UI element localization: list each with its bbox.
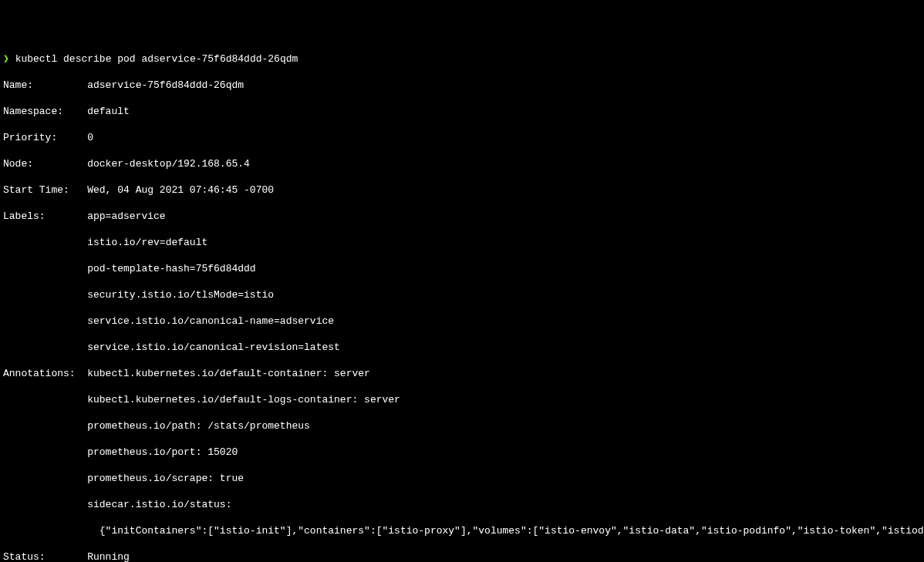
command-line: ❯ kubectl describe pod adservice-75f6d84… bbox=[3, 52, 921, 66]
command-text: kubectl describe pod adservice-75f6d84dd… bbox=[15, 53, 298, 65]
field-start-time: Start Time: Wed, 04 Aug 2021 07:46:45 -0… bbox=[3, 183, 921, 197]
label-line: istio.io/rev=default bbox=[3, 236, 921, 249]
prompt-char: ❯ bbox=[3, 53, 9, 65]
terminal[interactable]: { "prompt_char": "❯", "command": "kubect… bbox=[0, 0, 924, 562]
annotation-line: {"initContainers":["istio-init"],"contai… bbox=[3, 524, 921, 537]
annotation-line: kubectl.kubernetes.io/default-logs-conta… bbox=[3, 393, 921, 406]
label-line: service.istio.io/canonical-revision=late… bbox=[3, 341, 921, 354]
field-namespace: Namespace: default bbox=[3, 105, 921, 118]
field-annotations: Annotations: kubectl.kubernetes.io/defau… bbox=[3, 367, 921, 380]
annotation-line: prometheus.io/port: 15020 bbox=[3, 446, 921, 459]
field-name: Name: adservice-75f6d84ddd-26qdm bbox=[3, 79, 921, 92]
annotation-line: sidecar.istio.io/status: bbox=[3, 498, 921, 511]
label-line: security.istio.io/tlsMode=istio bbox=[3, 288, 921, 301]
field-node: Node: docker-desktop/192.168.65.4 bbox=[3, 157, 921, 170]
field-status: Status: Running bbox=[3, 550, 921, 562]
field-labels: Labels: app=adservice bbox=[3, 210, 921, 223]
annotation-line: prometheus.io/scrape: true bbox=[3, 472, 921, 485]
annotation-line: prometheus.io/path: /stats/prometheus bbox=[3, 419, 921, 432]
field-priority: Priority: 0 bbox=[3, 131, 921, 144]
label-line: service.istio.io/canonical-name=adservic… bbox=[3, 315, 921, 328]
label-line: pod-template-hash=75f6d84ddd bbox=[3, 262, 921, 275]
